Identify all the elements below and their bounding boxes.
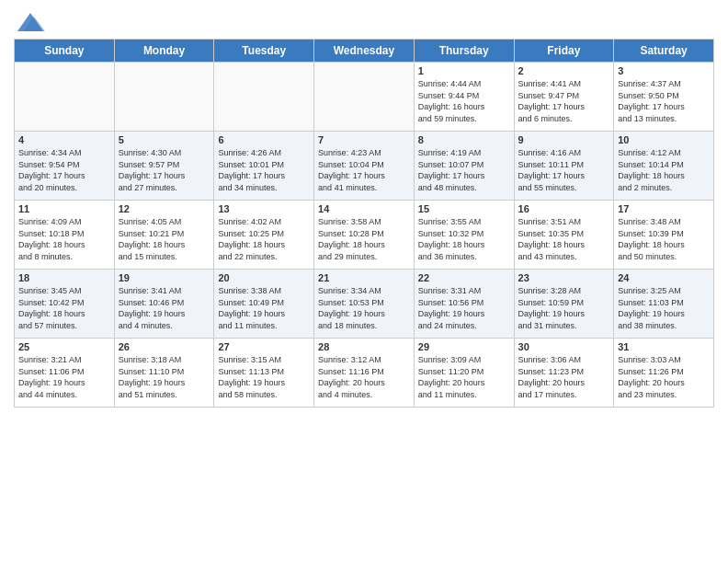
table-row — [214, 63, 314, 132]
day-number: 3 — [618, 65, 710, 76]
day-number: 10 — [618, 134, 710, 145]
day-number: 13 — [218, 203, 310, 214]
table-row: 17Sunrise: 3:48 AM Sunset: 10:39 PM Dayl… — [614, 201, 714, 270]
day-info: Sunrise: 3:12 AM Sunset: 11:16 PM Daylig… — [318, 354, 410, 400]
day-info: Sunrise: 3:38 AM Sunset: 10:49 PM Daylig… — [218, 285, 310, 331]
day-info: Sunrise: 3:15 AM Sunset: 11:13 PM Daylig… — [218, 354, 310, 400]
day-info: Sunrise: 3:06 AM Sunset: 11:23 PM Daylig… — [518, 354, 610, 400]
header — [14, 9, 714, 31]
calendar-header-row: Sunday Monday Tuesday Wednesday Thursday… — [15, 40, 714, 63]
table-row: 5Sunrise: 4:30 AM Sunset: 9:57 PM Daylig… — [114, 132, 214, 201]
day-info: Sunrise: 4:26 AM Sunset: 10:01 PM Daylig… — [218, 147, 310, 193]
day-number: 8 — [418, 134, 510, 145]
col-saturday: Saturday — [614, 40, 714, 63]
day-info: Sunrise: 4:09 AM Sunset: 10:18 PM Daylig… — [18, 216, 110, 262]
day-number: 23 — [518, 272, 610, 283]
table-row: 26Sunrise: 3:18 AM Sunset: 11:10 PM Dayl… — [114, 339, 214, 408]
table-row: 3Sunrise: 4:37 AM Sunset: 9:50 PM Daylig… — [614, 63, 714, 132]
table-row: 27Sunrise: 3:15 AM Sunset: 11:13 PM Dayl… — [214, 339, 314, 408]
day-number: 1 — [418, 65, 510, 76]
table-row: 23Sunrise: 3:28 AM Sunset: 10:59 PM Dayl… — [514, 270, 614, 339]
day-info: Sunrise: 3:55 AM Sunset: 10:32 PM Daylig… — [418, 216, 510, 262]
day-number: 29 — [418, 341, 510, 352]
logo-icon — [14, 9, 41, 31]
day-number: 5 — [119, 134, 210, 145]
table-row: 11Sunrise: 4:09 AM Sunset: 10:18 PM Dayl… — [15, 201, 115, 270]
day-number: 26 — [119, 341, 210, 352]
day-number: 17 — [618, 203, 710, 214]
day-number: 15 — [418, 203, 510, 214]
table-row: 19Sunrise: 3:41 AM Sunset: 10:46 PM Dayl… — [114, 270, 214, 339]
day-number: 24 — [618, 272, 710, 283]
table-row: 6Sunrise: 4:26 AM Sunset: 10:01 PM Dayli… — [214, 132, 314, 201]
table-row — [314, 63, 415, 132]
day-info: Sunrise: 4:44 AM Sunset: 9:44 PM Dayligh… — [418, 78, 510, 124]
day-number: 16 — [518, 203, 610, 214]
table-row: 10Sunrise: 4:12 AM Sunset: 10:14 PM Dayl… — [614, 132, 714, 201]
day-info: Sunrise: 3:21 AM Sunset: 11:06 PM Daylig… — [18, 354, 110, 400]
day-number: 28 — [318, 341, 410, 352]
col-wednesday: Wednesday — [314, 40, 415, 63]
day-info: Sunrise: 4:05 AM Sunset: 10:21 PM Daylig… — [119, 216, 210, 262]
table-row: 29Sunrise: 3:09 AM Sunset: 11:20 PM Dayl… — [414, 339, 514, 408]
day-info: Sunrise: 3:41 AM Sunset: 10:46 PM Daylig… — [119, 285, 210, 331]
day-number: 25 — [18, 341, 110, 352]
day-number: 31 — [618, 341, 710, 352]
day-info: Sunrise: 4:23 AM Sunset: 10:04 PM Daylig… — [318, 147, 410, 193]
day-info: Sunrise: 3:34 AM Sunset: 10:53 PM Daylig… — [318, 285, 410, 331]
table-row: 14Sunrise: 3:58 AM Sunset: 10:28 PM Dayl… — [314, 201, 415, 270]
day-number: 7 — [318, 134, 410, 145]
calendar-week-row: 25Sunrise: 3:21 AM Sunset: 11:06 PM Dayl… — [15, 339, 714, 408]
day-info: Sunrise: 4:41 AM Sunset: 9:47 PM Dayligh… — [518, 78, 610, 124]
day-number: 27 — [218, 341, 310, 352]
day-info: Sunrise: 4:02 AM Sunset: 10:25 PM Daylig… — [218, 216, 310, 262]
table-row: 22Sunrise: 3:31 AM Sunset: 10:56 PM Dayl… — [414, 270, 514, 339]
day-info: Sunrise: 3:45 AM Sunset: 10:42 PM Daylig… — [18, 285, 110, 331]
day-info: Sunrise: 3:18 AM Sunset: 11:10 PM Daylig… — [119, 354, 210, 400]
day-info: Sunrise: 4:37 AM Sunset: 9:50 PM Dayligh… — [618, 78, 710, 124]
table-row: 1Sunrise: 4:44 AM Sunset: 9:44 PM Daylig… — [414, 63, 514, 132]
day-number: 30 — [518, 341, 610, 352]
day-info: Sunrise: 3:48 AM Sunset: 10:39 PM Daylig… — [618, 216, 710, 262]
table-row: 13Sunrise: 4:02 AM Sunset: 10:25 PM Dayl… — [214, 201, 314, 270]
table-row: 31Sunrise: 3:03 AM Sunset: 11:26 PM Dayl… — [614, 339, 714, 408]
day-number: 2 — [518, 65, 610, 76]
day-info: Sunrise: 3:51 AM Sunset: 10:35 PM Daylig… — [518, 216, 610, 262]
table-row: 28Sunrise: 3:12 AM Sunset: 11:16 PM Dayl… — [314, 339, 415, 408]
day-info: Sunrise: 3:03 AM Sunset: 11:26 PM Daylig… — [618, 354, 710, 400]
day-number: 18 — [18, 272, 110, 283]
col-sunday: Sunday — [15, 40, 115, 63]
calendar-week-row: 1Sunrise: 4:44 AM Sunset: 9:44 PM Daylig… — [15, 63, 714, 132]
table-row: 2Sunrise: 4:41 AM Sunset: 9:47 PM Daylig… — [514, 63, 614, 132]
day-info: Sunrise: 3:31 AM Sunset: 10:56 PM Daylig… — [418, 285, 510, 331]
page: Sunday Monday Tuesday Wednesday Thursday… — [0, 0, 728, 563]
calendar-week-row: 11Sunrise: 4:09 AM Sunset: 10:18 PM Dayl… — [15, 201, 714, 270]
table-row: 7Sunrise: 4:23 AM Sunset: 10:04 PM Dayli… — [314, 132, 415, 201]
day-number: 4 — [18, 134, 110, 145]
calendar-week-row: 18Sunrise: 3:45 AM Sunset: 10:42 PM Dayl… — [15, 270, 714, 339]
calendar: Sunday Monday Tuesday Wednesday Thursday… — [14, 39, 714, 408]
logo — [14, 9, 43, 31]
day-info: Sunrise: 4:19 AM Sunset: 10:07 PM Daylig… — [418, 147, 510, 193]
table-row: 20Sunrise: 3:38 AM Sunset: 10:49 PM Dayl… — [214, 270, 314, 339]
table-row: 24Sunrise: 3:25 AM Sunset: 11:03 PM Dayl… — [614, 270, 714, 339]
col-tuesday: Tuesday — [214, 40, 314, 63]
day-info: Sunrise: 4:30 AM Sunset: 9:57 PM Dayligh… — [119, 147, 210, 193]
table-row: 8Sunrise: 4:19 AM Sunset: 10:07 PM Dayli… — [414, 132, 514, 201]
day-info: Sunrise: 4:12 AM Sunset: 10:14 PM Daylig… — [618, 147, 710, 193]
day-number: 14 — [318, 203, 410, 214]
day-info: Sunrise: 4:16 AM Sunset: 10:11 PM Daylig… — [518, 147, 610, 193]
table-row: 4Sunrise: 4:34 AM Sunset: 9:54 PM Daylig… — [15, 132, 115, 201]
table-row: 12Sunrise: 4:05 AM Sunset: 10:21 PM Dayl… — [114, 201, 214, 270]
day-info: Sunrise: 3:25 AM Sunset: 11:03 PM Daylig… — [618, 285, 710, 331]
table-row: 15Sunrise: 3:55 AM Sunset: 10:32 PM Dayl… — [414, 201, 514, 270]
day-info: Sunrise: 3:09 AM Sunset: 11:20 PM Daylig… — [418, 354, 510, 400]
table-row — [114, 63, 214, 132]
col-monday: Monday — [114, 40, 214, 63]
table-row: 16Sunrise: 3:51 AM Sunset: 10:35 PM Dayl… — [514, 201, 614, 270]
day-number: 12 — [119, 203, 210, 214]
day-info: Sunrise: 4:34 AM Sunset: 9:54 PM Dayligh… — [18, 147, 110, 193]
table-row: 21Sunrise: 3:34 AM Sunset: 10:53 PM Dayl… — [314, 270, 415, 339]
table-row: 18Sunrise: 3:45 AM Sunset: 10:42 PM Dayl… — [15, 270, 115, 339]
table-row: 9Sunrise: 4:16 AM Sunset: 10:11 PM Dayli… — [514, 132, 614, 201]
